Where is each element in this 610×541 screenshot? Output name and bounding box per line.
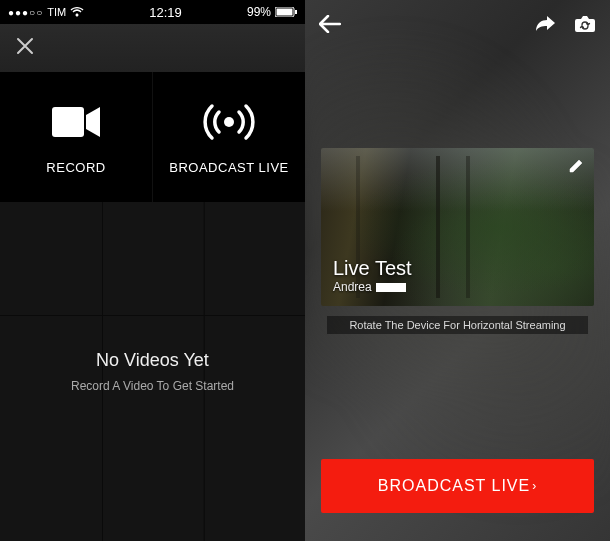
- svg-rect-3: [52, 107, 84, 137]
- tab-record[interactable]: RECORD: [0, 72, 152, 202]
- broadcast-signal-icon: [201, 100, 257, 144]
- topbar: [305, 0, 610, 48]
- svg-rect-2: [295, 10, 297, 14]
- preview-text-block: Live Test Andrea: [333, 257, 412, 294]
- tab-broadcast-label: BROADCAST LIVE: [169, 160, 288, 175]
- status-bar: ●●●○○ TIM 12:19 99%: [0, 0, 305, 24]
- video-camera-icon: [52, 100, 100, 144]
- svg-point-4: [224, 117, 234, 127]
- signal-dots-icon: ●●●○○: [8, 7, 43, 18]
- empty-title: No Videos Yet: [96, 350, 209, 371]
- wifi-icon: [70, 7, 84, 17]
- battery-icon: [275, 7, 297, 17]
- battery-pct-label: 99%: [247, 5, 271, 19]
- empty-subtitle: Record A Video To Get Started: [71, 379, 234, 393]
- tab-broadcast[interactable]: BROADCAST LIVE: [152, 72, 305, 202]
- rotate-device-hint: Rotate The Device For Horizontal Streami…: [327, 316, 588, 334]
- carrier-label: TIM: [47, 6, 66, 18]
- broadcast-live-button[interactable]: BROADCAST LIVE›: [321, 459, 594, 513]
- video-grid-empty: No Videos Yet Record A Video To Get Star…: [0, 202, 305, 541]
- status-right: 99%: [247, 5, 297, 19]
- status-left: ●●●○○ TIM: [8, 6, 84, 18]
- share-icon[interactable]: [534, 15, 556, 33]
- stream-preview: Live Test Andrea Rotate The Device For H…: [321, 148, 594, 334]
- broadcast-button-label: BROADCAST LIVE: [378, 477, 530, 495]
- svg-rect-1: [276, 9, 292, 16]
- status-time: 12:19: [149, 5, 182, 20]
- tab-record-label: RECORD: [46, 160, 105, 175]
- preview-thumbnail[interactable]: Live Test Andrea: [321, 148, 594, 306]
- topbar: [0, 24, 305, 72]
- redacted-block: [376, 283, 406, 292]
- back-arrow-icon[interactable]: [319, 15, 341, 33]
- action-tabs: RECORD BROADCAST LIVE: [0, 72, 305, 202]
- stream-author: Andrea: [333, 280, 412, 294]
- switch-camera-icon[interactable]: [574, 14, 596, 34]
- screen-broadcast-setup: Live Test Andrea Rotate The Device For H…: [305, 0, 610, 541]
- chevron-right-icon: ›: [532, 479, 537, 493]
- author-name: Andrea: [333, 280, 372, 294]
- screen-record-home: ●●●○○ TIM 12:19 99% RECORD: [0, 0, 305, 541]
- stream-title: Live Test: [333, 257, 412, 280]
- close-icon[interactable]: [12, 33, 38, 63]
- pencil-edit-icon[interactable]: [568, 158, 584, 178]
